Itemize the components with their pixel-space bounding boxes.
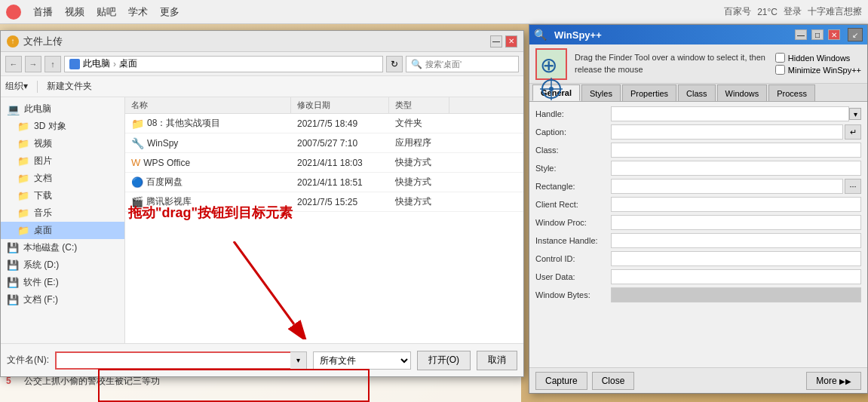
hidden-windows-label: Hidden Windows (788, 54, 851, 63)
file-row[interactable]: 📁 08：其他实战项目 2021/7/5 18:49 文件夹 (125, 114, 523, 133)
capture-button[interactable]: Capture (535, 372, 587, 390)
prop-row-instance-handle: Instance Handle: (535, 233, 861, 248)
sidebar-label-3d: 3D 对象 (34, 120, 66, 133)
up-button[interactable]: ↑ (44, 56, 61, 72)
minimize-winspy-checkbox[interactable]: Minimize WinSpy++ (775, 65, 861, 75)
hidden-windows-check[interactable] (775, 53, 785, 63)
file-name-1: WinSpy (147, 138, 178, 149)
file-bottom-bar: 文件名(N): ▾ 所有文件 打开(O) 取消 (1, 343, 523, 376)
nav-item-more[interactable]: 更多 (160, 5, 179, 19)
file-type-2: 快捷方式 (389, 156, 449, 169)
file-date-2: 2021/4/11 18:03 (291, 158, 389, 168)
folder-icon-docs: 📁 (17, 173, 29, 184)
nav-item-academic[interactable]: 学术 (128, 5, 148, 19)
tab-styles[interactable]: Styles (581, 84, 621, 101)
sidebar-item-pc[interactable]: 💻 此电脑 (1, 100, 124, 118)
refresh-button[interactable]: ↻ (386, 56, 403, 72)
file-name-3: 百度网盘 (146, 176, 182, 189)
address-path[interactable]: 此电脑 › 桌面 (64, 56, 383, 72)
winspy-close-btn[interactable]: ✕ (828, 29, 840, 40)
nav-item-live[interactable]: 首播 (33, 5, 53, 19)
drive-icon-d: 💾 (7, 259, 19, 271)
nav-item-video[interactable]: 视频 (65, 5, 84, 19)
sidebar-label-pc: 此电脑 (24, 103, 51, 115)
column-type[interactable]: 类型 (389, 97, 449, 113)
back-button[interactable]: ← (5, 56, 22, 72)
sidebar-item-pictures[interactable]: 📁 图片 (1, 152, 124, 170)
folder-icon-downloads: 📁 (17, 190, 29, 201)
sidebar-item-d-drive[interactable]: 💾 系统 (D:) (1, 256, 124, 274)
top-bar-text: 十字难言想擦 (808, 5, 862, 18)
path-sep-1: › (113, 59, 116, 69)
drive-icon-f: 💾 (7, 294, 19, 305)
top-bar-login[interactable]: 登录 (784, 5, 802, 18)
folder-icon-desktop: 📁 (17, 225, 29, 236)
finder-drag-button[interactable] (535, 48, 567, 80)
handle-dropdown-btn[interactable]: ▾ (849, 108, 861, 120)
column-date[interactable]: 修改日期 (291, 97, 389, 113)
column-name[interactable]: 名称 (125, 97, 291, 113)
winspy-close-button[interactable]: Close (592, 372, 635, 390)
tab-class[interactable]: Class (678, 84, 716, 101)
close-button[interactable]: ✕ (505, 35, 517, 48)
winspy-bottom-buttons: Capture Close More ▶▶ (529, 367, 867, 393)
top-bar-baijiahao[interactable]: 百家号 (724, 5, 751, 18)
pin-toggle-btn[interactable]: ↙ (848, 28, 863, 41)
pc-icon: 💻 (7, 103, 20, 115)
minimize-button[interactable]: — (490, 35, 502, 48)
sidebar-item-e-drive[interactable]: 💾 软件 (E:) (1, 274, 124, 291)
sidebar-item-docs[interactable]: 📁 文档 (1, 170, 124, 187)
file-row[interactable]: 🔵 百度网盘 2021/4/11 18:51 快捷方式 (125, 173, 523, 192)
top-navigation-bar: 首播 视频 贴吧 学术 更多 百家号 21°C 登录 十字难言想擦 (0, 0, 868, 24)
sidebar-label-pictures: 图片 (34, 155, 52, 167)
file-row[interactable]: 🔧 WinSpy 2007/5/27 7:10 应用程序 (125, 133, 523, 153)
prop-label-client-rect: Client Rect: (535, 200, 611, 209)
sidebar-item-f-drive[interactable]: 💾 文档 (F:) (1, 291, 124, 308)
winspy-minimize-btn[interactable]: — (795, 29, 807, 40)
tab-windows[interactable]: Windows (717, 84, 768, 101)
svg-line-1 (234, 241, 294, 324)
prop-label-window-proc: Window Proc: (535, 218, 611, 227)
winspy-titlebar: 🔍 WinSpy++ — □ ✕ ↙ (529, 25, 867, 44)
tab-process[interactable]: Process (768, 84, 815, 101)
titlebar-buttons: — ✕ (490, 35, 517, 48)
open-button[interactable]: 打开(O) (417, 351, 471, 370)
rectangle-dots-btn[interactable]: ··· (845, 179, 861, 194)
sidebar-item-downloads[interactable]: 📁 下载 (1, 187, 124, 204)
hidden-windows-checkbox[interactable]: Hidden Windows (775, 53, 861, 63)
winspy-maximize-btn[interactable]: □ (811, 29, 824, 40)
prop-value-control-id (611, 251, 861, 266)
sidebar-item-desktop[interactable]: 📁 桌面 (1, 222, 124, 239)
filename-dropdown-button[interactable]: ▾ (290, 351, 307, 370)
more-button[interactable]: More ▶▶ (806, 372, 861, 390)
prop-value-caption[interactable] (611, 124, 843, 140)
winspy-title: WinSpy++ (554, 29, 790, 41)
search-input[interactable] (425, 60, 514, 69)
new-folder-button[interactable]: 新建文件夹 (47, 80, 92, 93)
sidebar-label-desktop: 桌面 (34, 224, 52, 237)
tab-properties[interactable]: Properties (622, 84, 676, 101)
prop-row-class: Class: (535, 143, 861, 158)
organize-button[interactable]: 组织▾ (5, 80, 28, 93)
prop-row-window-bytes: Window Bytes: (535, 287, 861, 302)
file-row[interactable]: W WPS Office 2021/4/11 18:03 快捷方式 (125, 153, 523, 173)
caption-enter-btn[interactable]: ↵ (845, 124, 861, 140)
prop-value-handle[interactable] (611, 106, 849, 121)
file-list-header: 名称 修改日期 类型 (125, 97, 523, 114)
sidebar-label-video: 视频 (34, 137, 52, 150)
sidebar-item-music[interactable]: 📁 音乐 (1, 204, 124, 222)
cancel-button[interactable]: 取消 (477, 351, 517, 370)
forward-button[interactable]: → (25, 56, 41, 72)
sidebar-item-3d[interactable]: 📁 3D 对象 (1, 118, 124, 135)
search-box: 🔍 (406, 56, 519, 72)
filename-input[interactable] (55, 351, 307, 370)
sidebar-item-video[interactable]: 📁 视频 (1, 135, 124, 152)
annotation-text: 拖动"drag"按钮到目标元素 (128, 204, 293, 222)
prop-label-window-bytes: Window Bytes: (535, 290, 611, 299)
minimize-winspy-check[interactable] (775, 65, 785, 75)
file-type-0: 文件夹 (389, 117, 449, 130)
sidebar-item-c-drive[interactable]: 💾 本地磁盘 (C:) (1, 239, 124, 256)
filetype-select[interactable]: 所有文件 (313, 351, 411, 370)
nav-item-forum[interactable]: 贴吧 (97, 5, 116, 19)
search-icon: 🔍 (411, 59, 422, 69)
